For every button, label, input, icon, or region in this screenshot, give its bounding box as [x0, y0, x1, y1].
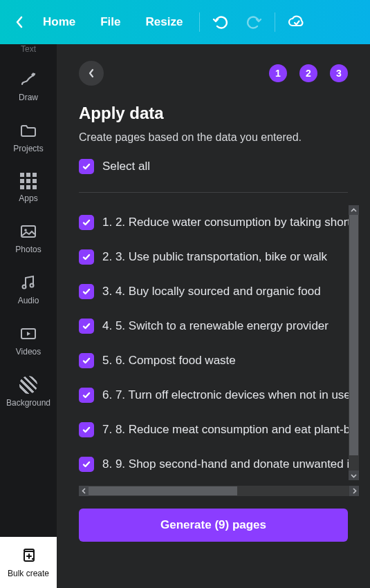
step-nav-row: 1 2 3	[57, 44, 370, 98]
list-item[interactable]: 8. 9. Shop second-hand and donate unwant…	[79, 447, 359, 480]
sidebar-item-label: Text	[21, 44, 36, 54]
item-checkbox[interactable]	[79, 422, 94, 437]
horizontal-scrollbar[interactable]	[79, 486, 359, 496]
list-divider	[79, 192, 348, 193]
scroll-up-arrow-icon[interactable]	[349, 205, 359, 215]
scroll-left-arrow-icon[interactable]	[79, 486, 89, 496]
sidebar-item-label: Projects	[13, 144, 43, 153]
back-chevron-icon[interactable]	[11, 14, 28, 30]
sidebar-item-label: Bulk create	[8, 569, 49, 578]
horizontal-scroll-thumb[interactable]	[89, 486, 237, 495]
list-item[interactable]: 7. 8. Reduce meat consumption and eat pl…	[79, 412, 359, 447]
sidebar-item-label: Apps	[19, 193, 37, 203]
sidebar-item-label: Audio	[18, 296, 39, 305]
list-item-label: 8. 9. Shop second-hand and donate unwant…	[102, 457, 359, 471]
sidebar-item-label: Photos	[15, 245, 41, 254]
list-item-label: 3. 4. Buy locally sourced and organic fo…	[102, 285, 321, 298]
section-subtitle: Create pages based on the data you enter…	[57, 123, 370, 145]
list-item[interactable]: 3. 4. Buy locally sourced and organic fo…	[79, 274, 359, 309]
resize-button[interactable]: Resize	[136, 10, 193, 35]
select-all-checkbox[interactable]	[79, 159, 94, 174]
list-item[interactable]: 6. 7. Turn off electronic devices when n…	[79, 378, 359, 412]
sidebar-item-draw[interactable]: Draw	[0, 61, 57, 112]
redo-icon[interactable]	[240, 8, 268, 36]
section-title: Apply data	[57, 98, 370, 123]
sidebar-item-apps[interactable]: Apps	[0, 163, 57, 213]
sidebar-item-audio[interactable]: Audio	[0, 264, 57, 315]
item-checkbox[interactable]	[79, 353, 94, 368]
data-list: 1. 2. Reduce water consumption by taking…	[79, 205, 359, 480]
item-checkbox[interactable]	[79, 215, 94, 230]
list-item-label: 6. 7. Turn off electronic devices when n…	[102, 388, 351, 402]
list-item-label: 1. 2. Reduce water consumption by taking…	[102, 216, 359, 229]
step-badge-1[interactable]: 1	[269, 64, 287, 82]
sidebar-item-label: Draw	[19, 93, 38, 102]
sidebar-item-label: Background	[6, 398, 50, 408]
select-all-row[interactable]: Select all	[57, 145, 370, 188]
list-item-label: 7. 8. Reduce meat consumption and eat pl…	[102, 423, 359, 437]
vertical-scroll-thumb[interactable]	[349, 215, 358, 455]
vertical-scrollbar[interactable]	[349, 205, 359, 480]
svg-point-1	[24, 229, 27, 231]
background-icon	[19, 376, 37, 394]
generate-pages-button[interactable]: Generate (9) pages	[79, 509, 348, 542]
list-item[interactable]: 1. 2. Reduce water consumption by taking…	[79, 205, 359, 240]
bulk-create-icon	[19, 547, 37, 565]
svg-point-3	[30, 284, 34, 287]
video-icon	[19, 325, 37, 343]
list-item[interactable]: 4. 5. Switch to a renewable energy provi…	[79, 309, 359, 343]
draw-icon	[19, 70, 37, 88]
panel-back-button[interactable]	[79, 61, 104, 86]
sidebar-item-videos[interactable]: Videos	[0, 315, 57, 366]
list-item[interactable]: 2. 3. Use public transportation, bike or…	[79, 240, 359, 274]
sidebar-item-projects[interactable]: Projects	[0, 112, 57, 163]
svg-point-2	[23, 285, 26, 289]
sidebar-item-text[interactable]: Text	[0, 47, 57, 61]
list-item-label: 4. 5. Switch to a renewable energy provi…	[102, 319, 329, 333]
undo-icon[interactable]	[207, 8, 234, 36]
app-header: Home File Resize	[0, 0, 370, 44]
scroll-right-arrow-icon[interactable]	[349, 486, 359, 496]
sidebar-item-label: Videos	[16, 347, 41, 357]
file-button[interactable]: File	[91, 10, 130, 35]
main-panel: 1 2 3 Apply data Create pages based on t…	[57, 44, 370, 588]
list-item[interactable]: 5. 6. Compost food waste	[79, 343, 359, 378]
step-badge-2[interactable]: 2	[299, 64, 317, 82]
music-note-icon	[19, 274, 37, 292]
home-button[interactable]: Home	[33, 10, 85, 35]
sidebar-item-bulk-create[interactable]: Bulk create	[0, 537, 57, 588]
image-icon	[19, 222, 37, 240]
header-divider	[199, 12, 200, 32]
scroll-down-arrow-icon[interactable]	[349, 471, 359, 480]
list-item-label: 5. 6. Compost food waste	[102, 354, 236, 368]
list-item-label: 2. 3. Use public transportation, bike or…	[102, 250, 327, 264]
item-checkbox[interactable]	[79, 388, 94, 403]
folder-icon	[19, 122, 37, 140]
select-all-label: Select all	[102, 160, 150, 173]
step-badge-3[interactable]: 3	[330, 64, 348, 82]
sidebar-item-photos[interactable]: Photos	[0, 213, 57, 264]
item-checkbox[interactable]	[79, 457, 94, 472]
item-checkbox[interactable]	[79, 319, 94, 334]
cloud-sync-icon[interactable]	[282, 8, 310, 36]
apps-grid-icon	[20, 173, 37, 189]
header-divider	[275, 12, 275, 32]
item-checkbox[interactable]	[79, 284, 94, 299]
left-sidebar: Text Draw Projects Apps Photos Audio Vid…	[0, 44, 57, 588]
item-checkbox[interactable]	[79, 249, 94, 265]
sidebar-item-background[interactable]: Background	[0, 366, 57, 417]
